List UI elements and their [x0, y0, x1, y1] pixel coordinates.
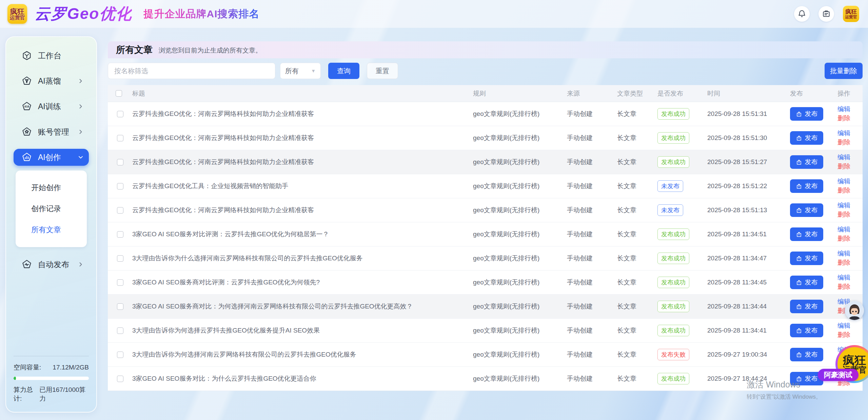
sidebar-item-auto-publish[interactable]: 自动发布 [14, 256, 89, 273]
upload-icon [796, 303, 802, 310]
delete-link[interactable]: 删除 [837, 259, 850, 267]
delete-link[interactable]: 删除 [837, 138, 850, 147]
brand-slogan: 提升企业品牌AI搜索排名 [143, 7, 259, 21]
edit-link[interactable]: 编辑 [837, 249, 850, 258]
article-source: 手动创建 [567, 326, 617, 335]
delete-link[interactable]: 删除 [837, 331, 850, 339]
delete-link[interactable]: 删除 [837, 186, 850, 195]
row-checkbox[interactable] [117, 327, 123, 334]
chevron-right-icon [77, 261, 84, 268]
type-select-value: 所有 [285, 66, 299, 76]
row-checkbox[interactable] [117, 279, 123, 286]
edit-link[interactable]: 编辑 [837, 153, 850, 162]
table-row: 3家GEO AI SEO服务商对比评测：云罗抖去推GEO优化为何领先? geo文… [108, 271, 863, 295]
submenu-item-all-articles[interactable]: 所有文章 [16, 219, 87, 240]
brand-logo-text: 疯狂 [10, 8, 24, 15]
edit-link[interactable]: 编辑 [837, 177, 850, 186]
publish-button[interactable]: 发布 [790, 227, 823, 241]
submenu-item-start-create[interactable]: 开始创作 [16, 177, 87, 198]
sidebar-item-ai-create[interactable]: AI创作 [14, 149, 89, 166]
article-source: 手动创建 [567, 350, 617, 359]
publish-button[interactable]: 发布 [790, 276, 823, 289]
publish-button[interactable]: 发布 [790, 252, 823, 265]
publish-button[interactable]: 发布 [790, 203, 823, 217]
type-select[interactable]: 所有 ▼ [280, 63, 321, 79]
article-source: 手动创建 [567, 109, 617, 118]
table-row: 云罗抖去推GEO优化：河南云罗网络科技如何助力企业精准获客 geo文章规则(无排… [108, 198, 863, 222]
girl-avatar-icon [845, 301, 864, 320]
delete-link[interactable]: 删除 [837, 211, 850, 219]
row-checkbox[interactable] [117, 231, 123, 238]
batch-delete-button[interactable]: 批量删除 [825, 63, 863, 79]
sidebar-item-ai-train[interactable]: 010 AI训练 [14, 98, 89, 115]
sidebar-item-ai-distill[interactable]: AI蒸馏 [14, 73, 89, 89]
article-source: 手动创建 [567, 230, 617, 239]
edit-link[interactable]: 编辑 [837, 201, 850, 210]
row-checkbox[interactable] [117, 159, 123, 165]
search-input[interactable] [108, 63, 275, 79]
delete-link[interactable]: 删除 [837, 235, 850, 243]
page-banner: 所有文章 浏览您到目前为止生成的所有文章。 [108, 41, 863, 58]
bell-icon [797, 9, 806, 18]
ai-create-submenu: 开始创作 创作记录 所有文章 [16, 171, 87, 247]
article-rule: geo文章规则(无排行榜) [473, 302, 567, 311]
table-row: 3大理由告诉你为何选择河南云罗网络科技有限公司的云罗抖去推GEO优化服务 geo… [108, 343, 863, 367]
article-type: 长文章 [617, 326, 657, 335]
edit-link[interactable]: 编辑 [837, 274, 850, 282]
orders-board-button[interactable] [818, 6, 834, 22]
publish-button[interactable]: 发布 [790, 107, 823, 121]
row-checkbox[interactable] [117, 111, 123, 117]
assistant-avatar[interactable] [845, 301, 864, 320]
publish-button[interactable]: 发布 [790, 348, 823, 361]
column-header-rule: 规则 [473, 89, 567, 98]
article-source: 手动创建 [567, 134, 617, 142]
auto-publish-icon [22, 259, 32, 269]
row-checkbox[interactable] [117, 135, 123, 141]
article-source: 手动创建 [567, 278, 617, 287]
edit-link[interactable]: 编辑 [837, 322, 850, 330]
row-checkbox[interactable] [117, 303, 123, 310]
publish-button[interactable]: 发布 [790, 131, 823, 145]
publish-button[interactable]: 发布 [790, 179, 823, 193]
publish-button[interactable]: 发布 [790, 324, 823, 337]
publish-button[interactable]: 发布 [790, 300, 823, 313]
select-all-checkbox[interactable] [116, 90, 122, 97]
user-avatar-badge[interactable]: 疯狂 运营官 [843, 6, 859, 22]
row-checkbox[interactable] [117, 183, 123, 189]
article-time: 2025-09-28 11:34:51 [707, 231, 790, 238]
edit-link[interactable]: 编辑 [837, 105, 850, 114]
table-body: 云罗抖去推GEO优化：河南云罗网络科技如何助力企业精准获客 geo文章规则(无排… [108, 102, 863, 391]
article-type: 长文章 [617, 158, 657, 166]
table-row: 云罗抖去推GEO优化：河南云罗网络科技如何助力企业精准获客 geo文章规则(无排… [108, 126, 863, 150]
row-checkbox[interactable] [117, 352, 123, 358]
upload-icon [796, 327, 802, 334]
article-title: 云罗抖去推GEO优化：河南云罗网络科技如何助力企业精准获客 [132, 134, 473, 142]
tester-name-pill[interactable]: 阿豪测试 [818, 369, 859, 381]
row-checkbox[interactable] [117, 376, 123, 382]
article-type: 长文章 [617, 206, 657, 215]
reset-button[interactable]: 重置 [367, 63, 398, 79]
publish-button[interactable]: 发布 [790, 155, 823, 169]
notification-bell-button[interactable] [794, 6, 810, 22]
ai-distill-icon [22, 76, 32, 86]
edit-link[interactable]: 编辑 [837, 129, 850, 138]
page-title: 所有文章 [116, 44, 153, 56]
sidebar-item-account-mgmt[interactable]: 账号管理 [14, 123, 89, 140]
row-checkbox[interactable] [117, 255, 123, 262]
status-badge: 发布成功 [657, 325, 689, 336]
article-time: 2025-09-28 11:34:47 [707, 255, 790, 262]
table-row: 3家GEO AI SEO服务对比：为什么云罗抖去推GEO优化更适合你 geo文章… [108, 367, 863, 391]
column-header-actions: 操作 [837, 89, 863, 98]
status-badge: 未发布 [657, 204, 683, 216]
edit-link[interactable]: 编辑 [837, 225, 850, 234]
query-button[interactable]: 查询 [328, 63, 359, 79]
delete-link[interactable]: 删除 [837, 162, 850, 171]
article-rule: geo文章规则(无排行榜) [473, 134, 567, 142]
select-arrow-icon: ▼ [311, 68, 316, 74]
row-checkbox[interactable] [117, 207, 123, 214]
delete-link[interactable]: 删除 [837, 114, 850, 123]
delete-link[interactable]: 删除 [837, 283, 850, 291]
upload-icon [796, 135, 802, 141]
sidebar-item-workbench[interactable]: 工作台 [14, 47, 89, 64]
submenu-item-create-records[interactable]: 创作记录 [16, 198, 87, 219]
